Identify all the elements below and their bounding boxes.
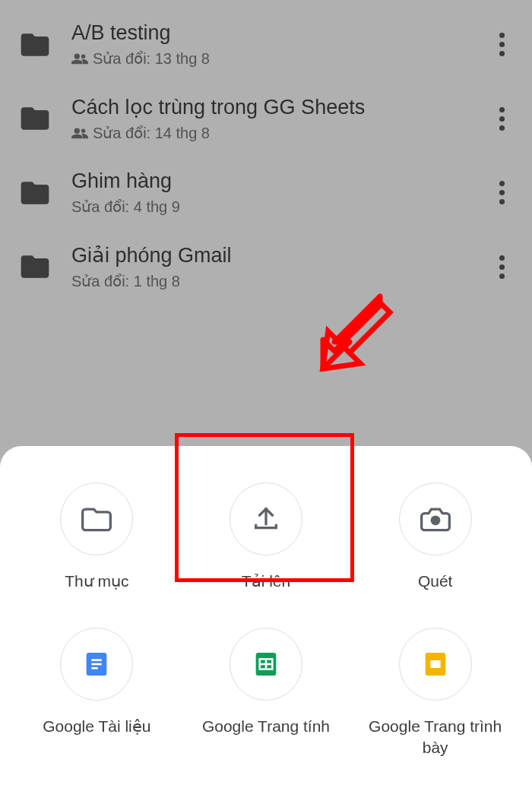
file-meta: Sửa đổi: 13 thg 8 bbox=[71, 49, 489, 68]
sheet-item-sheets[interactable]: Google Trang tính bbox=[189, 628, 344, 758]
file-meta: Sửa đổi: 1 thg 8 bbox=[71, 272, 489, 290]
file-row[interactable]: A/B testing Sửa đổi: 13 thg 8 bbox=[0, 8, 532, 81]
svg-point-5 bbox=[430, 516, 440, 526]
file-meta-text: Sửa đổi: 14 thg 8 bbox=[93, 124, 210, 142]
svg-rect-8 bbox=[92, 663, 102, 666]
sheet-item-label: Google Tài liệu bbox=[43, 716, 150, 736]
camera-icon bbox=[399, 483, 472, 555]
file-name: A/B testing bbox=[71, 21, 489, 45]
sheet-item-scan[interactable]: Quét bbox=[358, 483, 512, 591]
file-row[interactable]: Cách lọc trùng trong GG Sheets Sửa đổi: … bbox=[0, 81, 532, 156]
svg-rect-15 bbox=[430, 660, 440, 668]
file-meta: Sửa đổi: 14 thg 8 bbox=[71, 124, 489, 142]
highlight-annotation bbox=[175, 433, 354, 582]
file-name: Cách lọc trùng trong GG Sheets bbox=[71, 95, 489, 119]
sheet-item-slides[interactable]: Google Trang trình bày bbox=[358, 628, 512, 758]
more-button[interactable] bbox=[489, 100, 514, 137]
file-info: Cách lọc trùng trong GG Sheets Sửa đổi: … bbox=[71, 95, 489, 142]
file-name: Ghim hàng bbox=[71, 169, 489, 193]
folder-icon bbox=[18, 102, 52, 135]
more-button[interactable] bbox=[489, 27, 514, 63]
svg-point-3 bbox=[81, 129, 86, 134]
file-meta-text: Sửa đổi: 4 thg 9 bbox=[71, 198, 180, 216]
file-info: Giải phóng Gmail Sửa đổi: 1 thg 8 bbox=[71, 243, 489, 290]
sheet-item-label: Google Trang trình bày bbox=[358, 716, 512, 758]
google-slides-icon bbox=[399, 628, 472, 701]
file-list: A/B testing Sửa đổi: 13 thg 8 Cách lọc t… bbox=[0, 0, 532, 312]
more-button[interactable] bbox=[489, 175, 514, 211]
folder-icon bbox=[18, 176, 52, 210]
google-sheets-icon bbox=[230, 628, 302, 701]
folder-outline-icon bbox=[60, 483, 133, 555]
file-row[interactable]: Giải phóng Gmail Sửa đổi: 1 thg 8 bbox=[0, 229, 532, 304]
file-meta-text: Sửa đổi: 13 thg 8 bbox=[93, 49, 210, 68]
file-meta: Sửa đổi: 4 thg 9 bbox=[71, 198, 489, 216]
svg-point-1 bbox=[81, 55, 86, 59]
shared-icon bbox=[71, 52, 88, 65]
file-name: Giải phóng Gmail bbox=[71, 243, 489, 267]
svg-rect-7 bbox=[92, 660, 102, 662]
sheet-item-folder[interactable]: Thư mục bbox=[20, 483, 174, 591]
svg-point-2 bbox=[74, 128, 80, 134]
folder-icon bbox=[18, 250, 52, 283]
sheet-item-label: Quét bbox=[418, 571, 453, 591]
file-meta-text: Sửa đổi: 1 thg 8 bbox=[71, 272, 180, 290]
google-docs-icon bbox=[60, 628, 133, 701]
sheet-item-label: Google Trang tính bbox=[202, 716, 330, 736]
more-button[interactable] bbox=[489, 248, 514, 285]
shared-icon bbox=[71, 127, 88, 139]
file-info: A/B testing Sửa đổi: 13 thg 8 bbox=[71, 21, 489, 68]
svg-point-0 bbox=[74, 54, 80, 59]
folder-icon bbox=[18, 28, 52, 62]
sheet-item-docs[interactable]: Google Tài liệu bbox=[20, 628, 174, 758]
file-info: Ghim hàng Sửa đổi: 4 thg 9 bbox=[71, 169, 489, 216]
file-row[interactable]: Ghim hàng Sửa đổi: 4 thg 9 bbox=[0, 156, 532, 229]
svg-rect-9 bbox=[92, 667, 98, 669]
sheet-item-label: Thư mục bbox=[65, 571, 128, 591]
